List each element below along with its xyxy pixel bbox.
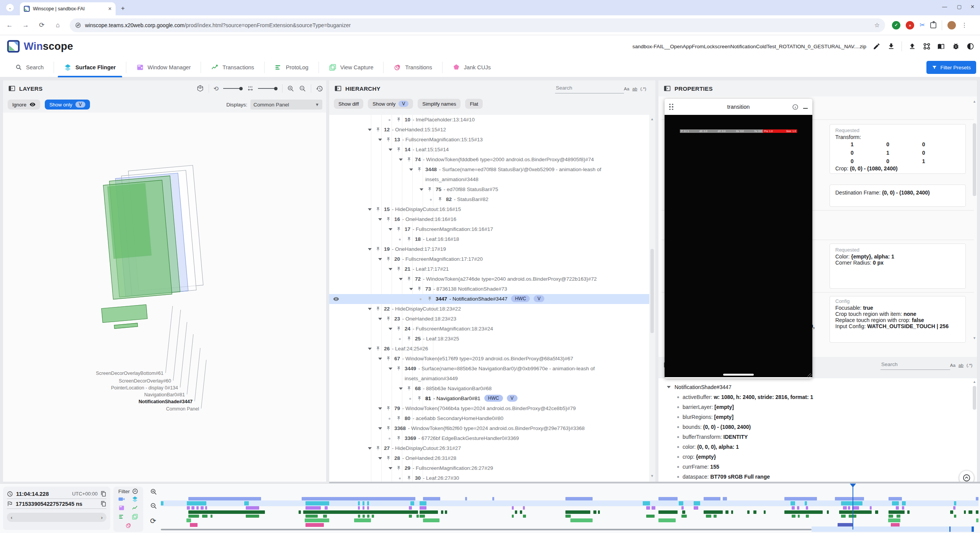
protolog-track-entry[interactable] xyxy=(889,515,893,518)
surface-flinger-track-entry[interactable] xyxy=(187,501,206,505)
transactions-track-entry[interactable] xyxy=(950,510,953,514)
profile-avatar[interactable] xyxy=(947,21,956,29)
timeline-zoom-out-icon[interactable] xyxy=(150,502,157,510)
window-manager-track-entry[interactable] xyxy=(870,506,872,510)
protolog-track-entry[interactable] xyxy=(211,515,212,518)
edit-pencil-icon[interactable] xyxy=(872,42,881,51)
show-diff-chip[interactable]: Show diff xyxy=(334,99,363,109)
transactions-track-entry[interactable] xyxy=(764,510,766,514)
hierarchy-node-29[interactable]: 29 - FullscreenMagnification:26:27#29 xyxy=(329,463,649,473)
transactions-track-entry[interactable] xyxy=(420,510,438,514)
pin-icon[interactable] xyxy=(376,346,381,351)
view-capture-track-entry[interactable] xyxy=(570,518,593,522)
pin-icon[interactable] xyxy=(396,436,401,441)
view-capture-track-entry[interactable] xyxy=(976,518,978,522)
spacing-slider[interactable] xyxy=(258,87,278,90)
timeline-step-scroller[interactable]: ‹› xyxy=(7,513,106,522)
expand-arrow-icon[interactable] xyxy=(378,457,382,459)
surface-flinger-track-entry[interactable] xyxy=(791,501,795,505)
protolog-track-entry[interactable] xyxy=(409,515,412,518)
window-manager-track-entry[interactable] xyxy=(953,506,956,510)
collapse-panel-icon[interactable] xyxy=(335,85,341,92)
hierarchy-node-80[interactable]: 80 - ace6abb SecondaryHomeHandle0#80 xyxy=(329,414,649,423)
pin-icon[interactable] xyxy=(376,306,381,311)
pin-icon[interactable] xyxy=(438,197,443,202)
proto-root-row[interactable]: NotificationShade#3447 xyxy=(658,382,977,392)
pin-icon[interactable] xyxy=(396,266,401,271)
surface-flinger-track-entry[interactable] xyxy=(694,501,700,505)
pin-icon[interactable] xyxy=(427,187,432,192)
protolog-track-entry[interactable] xyxy=(681,515,687,518)
window-manager-track-entry[interactable] xyxy=(305,506,321,510)
screen-recording-filter-icon[interactable] xyxy=(118,496,125,502)
expand-arrow-icon[interactable] xyxy=(378,218,382,221)
browser-tab[interactable]: Winscope | sandbox-FAI ✕ xyxy=(20,2,116,15)
view-capture-track-entry[interactable] xyxy=(423,518,439,522)
protolog-track-entry[interactable] xyxy=(202,515,207,518)
transitions-filter-icon[interactable] xyxy=(125,522,132,529)
window-manager-track-entry[interactable] xyxy=(806,506,808,510)
protolog-filter-icon[interactable] xyxy=(118,513,125,520)
window-manager-track-entry[interactable] xyxy=(409,506,412,510)
regex-icon[interactable]: (.*) xyxy=(967,363,972,368)
hierarchy-node-22[interactable]: 22 - HideDisplayCutout:18:23#22 xyxy=(329,304,649,314)
expand-arrow-icon[interactable] xyxy=(399,387,403,390)
transactions-track-entry[interactable] xyxy=(875,510,878,514)
window-manager-track-entry[interactable] xyxy=(512,506,514,510)
pin-icon[interactable] xyxy=(386,316,391,321)
surface-flinger-track-entry[interactable] xyxy=(305,501,329,505)
window-manager-track-entry[interactable] xyxy=(652,506,655,510)
expand-arrow-icon[interactable] xyxy=(368,348,372,350)
timeline-minimap-track[interactable] xyxy=(161,529,812,530)
screen-recording-track-entry[interactable] xyxy=(658,497,678,500)
collapse-panel-icon[interactable] xyxy=(664,85,671,92)
transactions-track-entry[interactable] xyxy=(839,510,872,514)
protolog-track-entry[interactable] xyxy=(246,515,259,518)
protolog-track-entry[interactable] xyxy=(358,515,360,518)
scroll-up-icon[interactable]: ▲ xyxy=(973,100,976,103)
window-manager-track-entry[interactable] xyxy=(848,506,850,510)
transactions-track-entry[interactable] xyxy=(731,510,733,514)
show-only-v-chip[interactable]: Show onlyV xyxy=(368,99,413,109)
screen-recording-track-entry[interactable] xyxy=(889,497,902,500)
hierarchy-node-13[interactable]: 13 - FullscreenMagnification:15:15#13 xyxy=(329,135,649,145)
timeline-cursor-line[interactable] xyxy=(853,486,853,530)
pin-icon[interactable] xyxy=(407,476,412,481)
window-manager-filter-icon[interactable] xyxy=(118,505,125,511)
window-manager-track-entry[interactable] xyxy=(187,506,190,510)
collapse-filter-icon[interactable] xyxy=(132,488,138,494)
transactions-track-entry[interactable] xyxy=(520,510,522,514)
protolog-track-entry[interactable] xyxy=(806,515,809,518)
proto-property-row[interactable]: activeBuffer: w: 1080, h: 2400, stride: … xyxy=(658,392,977,402)
pin-icon[interactable] xyxy=(396,416,401,421)
screen-recording-track-entry[interactable] xyxy=(302,497,415,500)
reset-view-icon[interactable] xyxy=(316,85,323,92)
tab-close-icon[interactable]: ✕ xyxy=(108,6,112,11)
hierarchy-node-26[interactable]: 26 - Leaf:24:25#26 xyxy=(329,344,649,354)
transactions-filter-icon[interactable] xyxy=(132,505,138,511)
hierarchy-node-74[interactable]: 74 - WindowToken{fdddbe6 type=2000 andro… xyxy=(329,155,649,165)
surface-flinger-track-entry[interactable] xyxy=(367,501,369,505)
displays-dropdown[interactable]: Common Panel▼ xyxy=(250,100,322,110)
expand-arrow-icon[interactable] xyxy=(378,258,382,260)
window-minimize-button[interactable]: — xyxy=(942,4,947,10)
hierarchy-node-81[interactable]: 81 - NavigationBar0#81HWCV xyxy=(329,394,649,404)
protolog-track-entry[interactable] xyxy=(523,515,526,518)
pin-icon[interactable] xyxy=(386,406,391,411)
window-manager-track-entry[interactable] xyxy=(902,506,904,510)
pin-icon[interactable] xyxy=(386,137,391,142)
tab-window-manager[interactable]: Window Manager xyxy=(126,57,201,77)
surface-flinger-track-entry[interactable] xyxy=(841,501,862,505)
minimap-selection-end[interactable] xyxy=(972,526,974,532)
hierarchy-node-3368[interactable]: 3368 - WindowToken{f6b2f60 type=2024 and… xyxy=(329,423,649,433)
expand-arrow-icon[interactable] xyxy=(420,188,423,191)
show-only-v-chip[interactable]: Show only V xyxy=(45,100,90,110)
expand-arrow-icon[interactable] xyxy=(368,248,372,250)
protolog-track-entry[interactable] xyxy=(420,515,425,518)
window-manager-track-entry[interactable] xyxy=(792,506,795,510)
protolog-track-entry[interactable] xyxy=(646,515,655,518)
view-capture-track-entry[interactable] xyxy=(658,518,676,522)
pin-icon[interactable] xyxy=(376,247,381,252)
surface-flinger-track-entry[interactable] xyxy=(410,501,414,505)
transactions-track-entry[interactable] xyxy=(445,510,447,514)
